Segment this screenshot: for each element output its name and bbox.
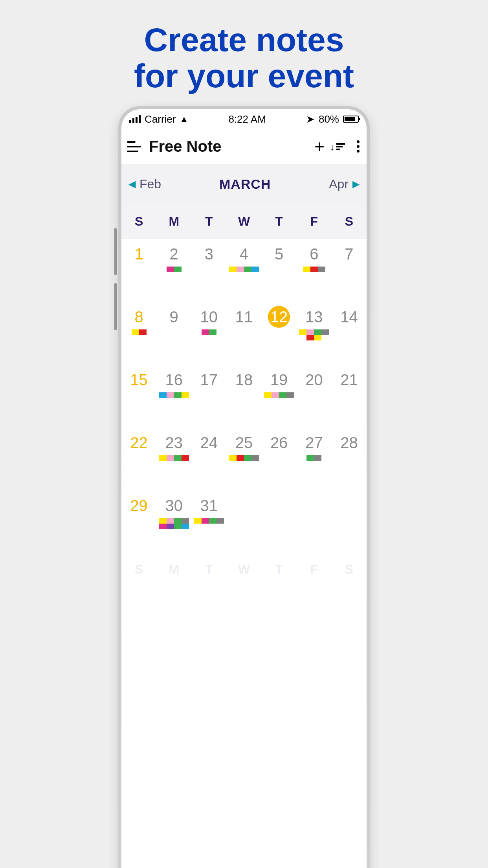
battery-label: 80% — [319, 113, 339, 125]
tag-red — [306, 335, 314, 340]
calendar-day[interactable]: 12 — [262, 302, 297, 365]
calendar-day[interactable]: 20 — [297, 365, 332, 428]
weekday-label: T — [191, 554, 226, 585]
day-tags — [159, 455, 189, 461]
prev-month-button[interactable]: ◀ Feb — [128, 177, 161, 191]
weekday-label: W — [226, 554, 261, 585]
calendar-day[interactable]: 3 — [191, 239, 226, 302]
weekday-label: S — [121, 554, 156, 585]
calendar-day[interactable]: 22 — [121, 428, 156, 491]
tag-yellow — [194, 518, 202, 524]
carrier-label: Carrier — [145, 113, 176, 125]
location-icon: ➤ — [306, 113, 315, 125]
tag-gray — [216, 518, 224, 524]
calendar-day[interactable]: 26 — [262, 428, 297, 491]
phone-side-button-1 — [114, 228, 117, 275]
calendar-day[interactable]: 21 — [332, 365, 367, 428]
calendar-day[interactable]: 11 — [226, 302, 261, 365]
tag-pink — [159, 524, 167, 529]
tag-red — [139, 329, 147, 335]
day-number: 6 — [310, 243, 318, 265]
phone-side-button-2 — [114, 283, 117, 330]
calendar-day[interactable]: 10 — [191, 302, 226, 365]
calendar-day[interactable]: 28 — [332, 428, 367, 491]
calendar-day[interactable]: 29 — [121, 491, 156, 554]
tag-lpink — [167, 455, 174, 461]
tag-blue — [159, 392, 167, 398]
current-month-label: MARCH — [219, 177, 271, 192]
weekday-label: W — [226, 204, 261, 239]
more-button[interactable] — [357, 140, 360, 153]
tag-green — [244, 267, 251, 272]
weekday-header: SMTWTFS — [121, 204, 367, 239]
month-navigator: ◀ Feb MARCH Apr ▶ — [121, 164, 367, 204]
day-number: 11 — [235, 306, 253, 328]
day-number: 19 — [270, 369, 288, 391]
calendar-day[interactable]: 2 — [156, 239, 191, 302]
tag-gray — [286, 392, 294, 398]
calendar-day[interactable]: 13 — [297, 302, 332, 365]
calendar-day[interactable]: 27 — [297, 428, 332, 491]
day-number: 15 — [130, 369, 148, 391]
tag-lpink — [237, 267, 244, 272]
tag-lpink — [272, 392, 279, 398]
status-bar: Carrier ▲ 8:22 AM ➤ 80% — [121, 109, 367, 129]
calendar-day[interactable]: 8 — [121, 302, 156, 365]
calendar-day[interactable]: 15 — [121, 365, 156, 428]
day-number: 27 — [305, 432, 323, 454]
tag-lpink — [306, 329, 314, 335]
tag-yellow — [264, 392, 272, 398]
next-month-button[interactable]: Apr ▶ — [329, 177, 360, 191]
day-tags — [159, 392, 189, 398]
wifi-icon: ▲ — [180, 114, 188, 124]
weekday-label: F — [297, 554, 332, 585]
add-button[interactable]: + — [314, 138, 325, 155]
tag-green — [209, 329, 216, 335]
tag-red — [310, 267, 318, 272]
tag-red — [237, 455, 244, 461]
calendar-day[interactable]: 24 — [191, 428, 226, 491]
tag-green — [314, 329, 321, 335]
day-tags — [229, 455, 259, 461]
calendar-day[interactable]: 14 — [332, 302, 367, 365]
calendar-day[interactable]: 23 — [156, 428, 191, 491]
tag-purple — [167, 524, 174, 529]
calendar-day[interactable]: 16 — [156, 365, 191, 428]
day-number: 7 — [345, 243, 353, 265]
day-number: 31 — [200, 495, 218, 517]
day-tags — [159, 267, 189, 272]
weekday-label: M — [156, 554, 191, 585]
sort-button[interactable] — [336, 143, 345, 150]
calendar-grid: 1234567891011121314151617181920212223242… — [121, 239, 367, 554]
calendar-day[interactable]: 25 — [226, 428, 261, 491]
signal-icon — [129, 115, 141, 123]
day-number: 14 — [340, 306, 358, 328]
calendar-day[interactable]: 30 — [156, 491, 191, 554]
tag-yellow — [314, 335, 321, 340]
calendar-day[interactable]: 17 — [191, 365, 226, 428]
calendar-day[interactable]: 18 — [226, 365, 261, 428]
calendar-day[interactable]: 6 — [297, 239, 332, 302]
tag-yellow — [229, 455, 237, 461]
chevron-left-icon: ◀ — [128, 178, 136, 189]
tag-gray — [321, 329, 329, 335]
calendar-day[interactable]: 7 — [332, 239, 367, 302]
day-number: 5 — [275, 243, 283, 265]
calendar-day[interactable]: 1 — [121, 239, 156, 302]
tag-green — [174, 267, 182, 272]
day-number: 25 — [235, 432, 253, 454]
calendar-day[interactable]: 31 — [191, 491, 226, 554]
day-tags — [299, 455, 329, 461]
app-header: Free Note + — [121, 129, 367, 164]
day-number: 12 — [268, 306, 290, 328]
tag-green — [174, 392, 182, 398]
day-number: 13 — [305, 306, 323, 328]
calendar-day[interactable]: 4 — [226, 239, 261, 302]
tag-blue — [182, 524, 189, 529]
menu-icon[interactable] — [127, 141, 141, 152]
calendar-day[interactable]: 5 — [262, 239, 297, 302]
next-weekday-header: SMTWTFS — [121, 554, 367, 585]
calendar-day[interactable]: 19 — [262, 365, 297, 428]
day-number: 21 — [340, 369, 358, 391]
calendar-day[interactable]: 9 — [156, 302, 191, 365]
